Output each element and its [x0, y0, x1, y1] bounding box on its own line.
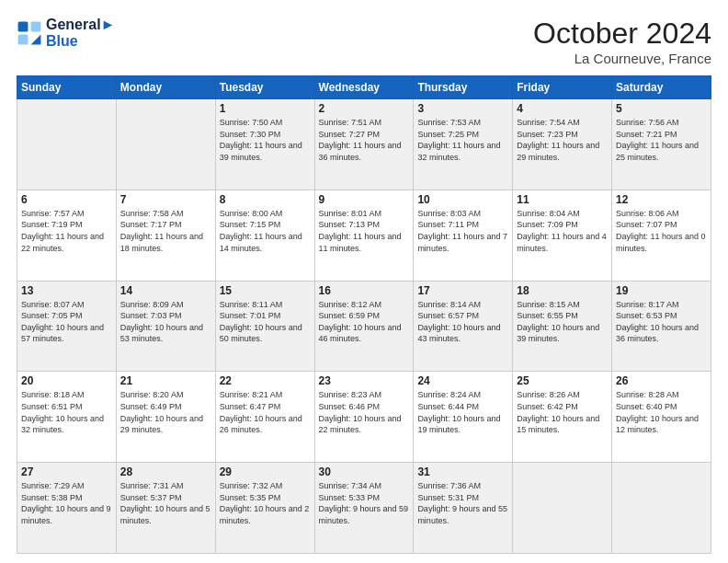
- day-info: Sunrise: 7:57 AM Sunset: 7:19 PM Dayligh…: [21, 208, 112, 254]
- calendar-table: SundayMondayTuesdayWednesdayThursdayFrid…: [17, 75, 711, 554]
- day-number: 5: [616, 102, 707, 115]
- calendar-cell: 25Sunrise: 8:26 AM Sunset: 6:42 PM Dayli…: [513, 372, 612, 463]
- calendar-cell: 3Sunrise: 7:53 AM Sunset: 7:25 PM Daylig…: [414, 99, 513, 190]
- calendar-cell: 30Sunrise: 7:34 AM Sunset: 5:33 PM Dayli…: [314, 463, 414, 554]
- calendar-cell: 20Sunrise: 8:18 AM Sunset: 6:51 PM Dayli…: [17, 372, 117, 463]
- calendar-cell: 27Sunrise: 7:29 AM Sunset: 5:38 PM Dayli…: [17, 463, 117, 554]
- day-info: Sunrise: 8:12 AM Sunset: 6:59 PM Dayligh…: [319, 299, 410, 345]
- calendar-cell: 17Sunrise: 8:14 AM Sunset: 6:57 PM Dayli…: [414, 281, 513, 372]
- calendar-cell: 22Sunrise: 8:21 AM Sunset: 6:47 PM Dayli…: [215, 372, 314, 463]
- weekday-header-saturday: Saturday: [612, 76, 711, 99]
- day-number: 1: [220, 102, 311, 115]
- calendar-cell: 2Sunrise: 7:51 AM Sunset: 7:27 PM Daylig…: [314, 99, 414, 190]
- calendar-cell: 10Sunrise: 8:03 AM Sunset: 7:11 PM Dayli…: [414, 190, 513, 281]
- day-info: Sunrise: 7:51 AM Sunset: 7:27 PM Dayligh…: [319, 117, 410, 163]
- day-number: 30: [319, 465, 410, 478]
- day-info: Sunrise: 8:11 AM Sunset: 7:01 PM Dayligh…: [220, 299, 311, 345]
- day-number: 8: [220, 193, 311, 206]
- day-info: Sunrise: 8:26 AM Sunset: 6:42 PM Dayligh…: [517, 389, 608, 435]
- day-number: 20: [21, 374, 112, 387]
- title-block: October 2024 La Courneuve, France: [533, 17, 711, 66]
- weekday-header-thursday: Thursday: [414, 76, 513, 99]
- week-row-4: 20Sunrise: 8:18 AM Sunset: 6:51 PM Dayli…: [17, 372, 711, 463]
- calendar-cell: 7Sunrise: 7:58 AM Sunset: 7:17 PM Daylig…: [116, 190, 215, 281]
- calendar-cell: 29Sunrise: 7:32 AM Sunset: 5:35 PM Dayli…: [215, 463, 314, 554]
- calendar-cell: 13Sunrise: 8:07 AM Sunset: 7:05 PM Dayli…: [17, 281, 117, 372]
- day-info: Sunrise: 8:15 AM Sunset: 6:55 PM Dayligh…: [517, 299, 608, 345]
- day-info: Sunrise: 8:07 AM Sunset: 7:05 PM Dayligh…: [21, 299, 112, 345]
- day-number: 14: [120, 284, 211, 297]
- day-info: Sunrise: 8:28 AM Sunset: 6:40 PM Dayligh…: [616, 389, 707, 435]
- day-info: Sunrise: 8:23 AM Sunset: 6:46 PM Dayligh…: [319, 389, 410, 435]
- calendar-cell: 11Sunrise: 8:04 AM Sunset: 7:09 PM Dayli…: [513, 190, 612, 281]
- day-number: 18: [517, 284, 608, 297]
- day-number: 6: [21, 193, 112, 206]
- day-info: Sunrise: 8:18 AM Sunset: 6:51 PM Dayligh…: [21, 389, 112, 435]
- month-title: October 2024: [533, 17, 711, 51]
- day-number: 3: [417, 102, 508, 115]
- weekday-header-friday: Friday: [513, 76, 612, 99]
- calendar-cell: 8Sunrise: 8:00 AM Sunset: 7:15 PM Daylig…: [215, 190, 314, 281]
- calendar-cell: 19Sunrise: 8:17 AM Sunset: 6:53 PM Dayli…: [612, 281, 711, 372]
- calendar-cell: 31Sunrise: 7:36 AM Sunset: 5:31 PM Dayli…: [414, 463, 513, 554]
- day-number: 25: [517, 374, 608, 387]
- week-row-3: 13Sunrise: 8:07 AM Sunset: 7:05 PM Dayli…: [17, 281, 711, 372]
- day-info: Sunrise: 7:32 AM Sunset: 5:35 PM Dayligh…: [220, 480, 311, 526]
- calendar-cell: 26Sunrise: 8:28 AM Sunset: 6:40 PM Dayli…: [612, 372, 711, 463]
- day-info: Sunrise: 8:09 AM Sunset: 7:03 PM Dayligh…: [120, 299, 211, 345]
- calendar-cell: [513, 463, 612, 554]
- weekday-header-wednesday: Wednesday: [314, 76, 414, 99]
- day-info: Sunrise: 8:20 AM Sunset: 6:49 PM Dayligh…: [120, 389, 211, 435]
- calendar-cell: [17, 99, 117, 190]
- day-info: Sunrise: 7:56 AM Sunset: 7:21 PM Dayligh…: [616, 117, 707, 163]
- day-number: 7: [120, 193, 211, 206]
- day-number: 22: [220, 374, 311, 387]
- day-info: Sunrise: 7:54 AM Sunset: 7:23 PM Dayligh…: [517, 117, 608, 163]
- day-number: 11: [517, 193, 608, 206]
- day-number: 26: [616, 374, 707, 387]
- day-info: Sunrise: 7:34 AM Sunset: 5:33 PM Dayligh…: [319, 480, 410, 526]
- calendar-cell: 21Sunrise: 8:20 AM Sunset: 6:49 PM Dayli…: [116, 372, 215, 463]
- day-info: Sunrise: 8:21 AM Sunset: 6:47 PM Dayligh…: [220, 389, 311, 435]
- day-number: 15: [220, 284, 311, 297]
- day-info: Sunrise: 8:14 AM Sunset: 6:57 PM Dayligh…: [417, 299, 508, 345]
- week-row-5: 27Sunrise: 7:29 AM Sunset: 5:38 PM Dayli…: [17, 463, 711, 554]
- week-row-2: 6Sunrise: 7:57 AM Sunset: 7:19 PM Daylig…: [17, 190, 711, 281]
- calendar-cell: 6Sunrise: 7:57 AM Sunset: 7:19 PM Daylig…: [17, 190, 117, 281]
- logo-text: General► Blue: [46, 17, 115, 50]
- day-number: 12: [616, 193, 707, 206]
- day-number: 2: [319, 102, 410, 115]
- weekday-header-monday: Monday: [116, 76, 215, 99]
- day-info: Sunrise: 7:50 AM Sunset: 7:30 PM Dayligh…: [220, 117, 311, 163]
- svg-rect-1: [31, 22, 41, 32]
- day-number: 27: [21, 465, 112, 478]
- header: General► Blue October 2024 La Courneuve,…: [17, 17, 711, 66]
- day-number: 31: [417, 465, 508, 478]
- location-subtitle: La Courneuve, France: [533, 51, 711, 66]
- weekday-header-row: SundayMondayTuesdayWednesdayThursdayFrid…: [17, 76, 711, 99]
- calendar-cell: 1Sunrise: 7:50 AM Sunset: 7:30 PM Daylig…: [215, 99, 314, 190]
- day-info: Sunrise: 7:36 AM Sunset: 5:31 PM Dayligh…: [417, 480, 508, 526]
- calendar-cell: 5Sunrise: 7:56 AM Sunset: 7:21 PM Daylig…: [612, 99, 711, 190]
- calendar-cell: 4Sunrise: 7:54 AM Sunset: 7:23 PM Daylig…: [513, 99, 612, 190]
- calendar-cell: [116, 99, 215, 190]
- logo: General► Blue: [17, 17, 115, 50]
- calendar-cell: 9Sunrise: 8:01 AM Sunset: 7:13 PM Daylig…: [314, 190, 414, 281]
- day-number: 9: [319, 193, 410, 206]
- day-info: Sunrise: 7:53 AM Sunset: 7:25 PM Dayligh…: [417, 117, 508, 163]
- calendar-cell: 24Sunrise: 8:24 AM Sunset: 6:44 PM Dayli…: [414, 372, 513, 463]
- logo-icon: [17, 20, 42, 46]
- day-info: Sunrise: 8:24 AM Sunset: 6:44 PM Dayligh…: [417, 389, 508, 435]
- page: General► Blue October 2024 La Courneuve,…: [0, 0, 728, 563]
- day-number: 13: [21, 284, 112, 297]
- day-number: 23: [319, 374, 410, 387]
- day-info: Sunrise: 8:17 AM Sunset: 6:53 PM Dayligh…: [616, 299, 707, 345]
- svg-rect-0: [18, 22, 28, 32]
- day-info: Sunrise: 7:58 AM Sunset: 7:17 PM Dayligh…: [120, 208, 211, 254]
- weekday-header-sunday: Sunday: [17, 76, 117, 99]
- day-info: Sunrise: 7:29 AM Sunset: 5:38 PM Dayligh…: [21, 480, 112, 526]
- calendar-cell: [612, 463, 711, 554]
- day-info: Sunrise: 8:00 AM Sunset: 7:15 PM Dayligh…: [220, 208, 311, 254]
- calendar-cell: 28Sunrise: 7:31 AM Sunset: 5:37 PM Dayli…: [116, 463, 215, 554]
- weekday-header-tuesday: Tuesday: [215, 76, 314, 99]
